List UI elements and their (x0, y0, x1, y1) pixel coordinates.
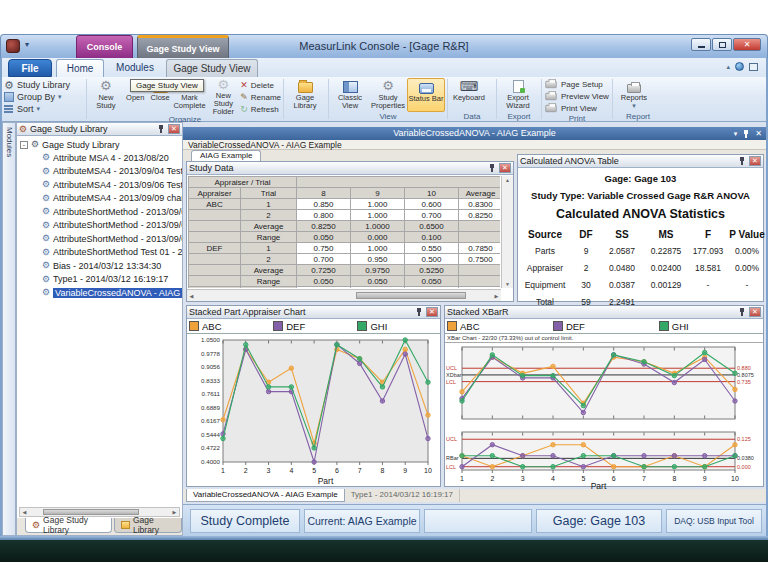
preview-view-button[interactable]: Preview View (544, 91, 609, 102)
maximize-icon (719, 42, 726, 48)
tab-modules[interactable]: Modules (108, 59, 162, 77)
page-setup-button[interactable]: Page Setup (544, 79, 603, 90)
table-row: Range0.0500.0000.100 (189, 232, 501, 243)
close-panel-icon[interactable]: ✕ (168, 124, 180, 134)
bottom-tab-variablecrossedanova[interactable]: VariableCrossedANOVA - AIAG Example (186, 489, 345, 502)
study-icon: ⚙ (42, 180, 50, 189)
pin-icon[interactable] (157, 124, 165, 134)
tree-item[interactable]: ⚙AttributeShortMethod - 2013/09/06 Test … (20, 205, 182, 219)
study-library-icon: ⚙ (4, 78, 14, 92)
study-library-button[interactable]: ⚙Study Library (4, 79, 70, 91)
tree-item[interactable]: ⚙AttributeMSA4 - 2013/09/09 chart (20, 192, 182, 206)
pin-icon[interactable] (488, 163, 496, 173)
tree-item[interactable]: ⚙Attribute MSA 4 - 2013/08/20 (20, 151, 182, 165)
tab-home[interactable]: Home (56, 59, 104, 77)
tab-file[interactable]: File (8, 59, 52, 77)
scroll-up-icon[interactable]: ▲ (503, 177, 512, 183)
tree-item[interactable]: ⚙Bias - 2014/03/12 13:34:30 (20, 259, 182, 273)
collapse-icon[interactable]: - (20, 141, 28, 149)
classic-view-button[interactable]: Classic View (331, 78, 369, 112)
close-panel-icon[interactable]: ✕ (499, 163, 511, 173)
tab-gage-library[interactable]: Gage Library (114, 518, 182, 533)
scroll-down-icon[interactable]: ▼ (503, 281, 512, 287)
svg-text:0.6889: 0.6889 (201, 404, 220, 411)
study-icon: ⚙ (42, 167, 50, 176)
refresh-button[interactable]: ↻Refresh (240, 104, 281, 115)
modules-strip[interactable]: Modules (2, 122, 16, 536)
sort-button[interactable]: Sort▾ (4, 103, 40, 115)
svg-text:0.6167: 0.6167 (201, 417, 220, 424)
layout-icon[interactable] (749, 63, 758, 71)
study-data-hscrollbar[interactable]: ◀ ▶ (187, 289, 501, 301)
print-view-button[interactable]: Print View (544, 103, 597, 114)
legend-entry: GHI (657, 321, 763, 332)
tree-item[interactable]: ⚙AttributeShortMethod - 2013/09/09 Chart… (20, 232, 182, 246)
bottom-tab-type1[interactable]: Type1 - 2014/03/12 16:19:17 (345, 489, 460, 502)
ribbon-minimize-icon[interactable]: ▴ (726, 63, 730, 71)
study-properties-button[interactable]: ⚙Study Properties (369, 78, 407, 112)
keyboard-icon: ⌨ (460, 78, 479, 94)
tree-item-label: VariableCrossedANOVA - AIAG Example (53, 288, 182, 298)
tab-gage-study-library[interactable]: ⚙ Gage Study Library (25, 518, 112, 533)
chart-legend: ABCDEFGHI (445, 319, 763, 334)
svg-text:0.9056: 0.9056 (201, 363, 220, 370)
study-icon: ⚙ (42, 207, 50, 216)
status-current-study: Current: AIAG Example (304, 509, 420, 533)
legend-swatch (273, 321, 283, 331)
r-chart: 12345678910PartUCL0.125RBar0.0380LCL0.00… (445, 429, 761, 491)
chevron-down-icon[interactable]: ▾ (734, 127, 738, 140)
pin-icon[interactable] (415, 307, 423, 317)
tree-root[interactable]: - ⚙ Gage Study Library (20, 138, 182, 151)
keyboard-button[interactable]: ⌨Keyboard (450, 78, 488, 112)
tab-aiag-example[interactable]: AIAG Example (191, 150, 261, 161)
export-wizard-button[interactable]: Export Wizard (499, 78, 537, 112)
legend-label: GHI (370, 321, 387, 332)
legend-entry: DEF (271, 321, 355, 332)
reports-button[interactable]: Reports▾ (615, 78, 653, 112)
table-row: 20.7000.9500.5000.7500 (189, 254, 501, 265)
group-by-button[interactable]: Group By▾ (4, 91, 62, 103)
pin-icon[interactable] (738, 156, 746, 166)
gage-library-button[interactable]: Gage Library (286, 78, 324, 112)
tooltip: Gage Study View (130, 79, 204, 92)
part-appraiser-chart-panel: Stacked Part Appraiser Chart ✕ ABCDEFGHI… (186, 305, 441, 487)
close-panel-icon[interactable]: ✕ (749, 156, 761, 166)
status-bar-button[interactable]: Status Bar (407, 78, 445, 112)
table-row: ABC10.8501.0000.6000.8300 (189, 199, 501, 210)
study-data-table: Appraiser / TrialAppraiserTrial8910Avera… (188, 176, 500, 288)
ribbon-tab-row: File Home Modules Gage Study View ▴ (0, 58, 768, 77)
scroll-left-icon[interactable]: ◀ (187, 293, 196, 299)
tree-item[interactable]: ⚙Type1 - 2014/03/12 16:19:17 (20, 273, 182, 287)
sidebar-caption: ⚙ Gage Study Library ✕ (17, 123, 182, 136)
close-panel-icon[interactable]: ✕ (426, 307, 438, 317)
tree-item[interactable]: ⚙AttributeShortMethod - 2013/09/06 Test … (20, 219, 182, 233)
minimize-button[interactable] (691, 38, 711, 51)
scrollbar-thumb[interactable] (356, 292, 466, 299)
study-data-vscrollbar[interactable]: ▲ ▼ (501, 176, 513, 288)
help-icon[interactable] (735, 62, 744, 71)
tree-item[interactable]: ⚙AttributeShortMethod Test 01 - 2013/08/… (20, 246, 182, 260)
pin-icon[interactable] (742, 129, 750, 139)
svg-text:0.8075: 0.8075 (737, 372, 754, 378)
tree-item[interactable]: ⚙AttributeMSA4 - 2013/09/06 Test 1 (20, 178, 182, 192)
tree-item[interactable]: ⚙AttributeMSA4 - 2013/09/04 Test (20, 165, 182, 179)
legend-entry: DEF (551, 321, 657, 332)
tree-item[interactable]: ⚙VariableCrossedANOVA - AIAG Example (20, 286, 182, 300)
close-button[interactable]: ✕ (733, 38, 761, 51)
new-study-button[interactable]: ⚙New Study (89, 78, 123, 112)
new-study-folder-button[interactable]: ⚙New Study Folder (206, 78, 240, 112)
maximize-button[interactable] (712, 38, 732, 51)
table-row: Average0.72500.97500.5250 (189, 265, 501, 276)
tab-gage-study-view[interactable]: Gage Study View (166, 59, 258, 77)
delete-button[interactable]: ✕Delete (240, 80, 281, 91)
xbar-note: XBar Chart - 22/30 (73.33%) out of contr… (445, 334, 763, 343)
close-panel-icon[interactable]: ✕ (749, 307, 761, 317)
scroll-right-icon[interactable]: ▶ (492, 293, 501, 299)
status-gage: Gage: Gage 103 (536, 509, 662, 533)
scroll-left-icon[interactable]: ◀ (20, 509, 29, 515)
rename-button[interactable]: ✎Rename (240, 92, 281, 103)
close-document-icon[interactable]: ✕ (755, 127, 762, 140)
pin-icon[interactable] (738, 307, 746, 317)
svg-text:4: 4 (551, 475, 555, 482)
study-icon: ⚙ (42, 275, 50, 284)
